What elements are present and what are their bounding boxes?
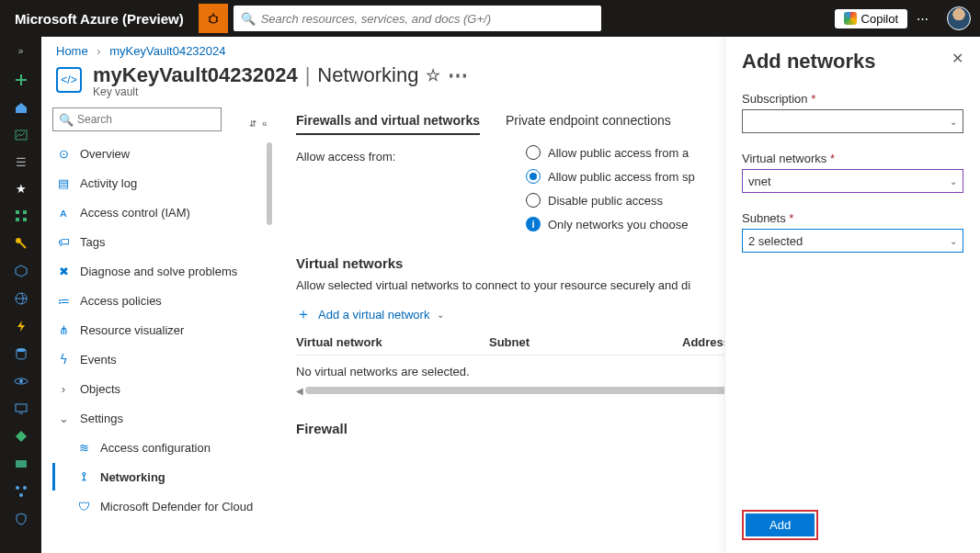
- more-icon[interactable]: ⋯: [917, 12, 929, 26]
- svg-rect-8: [23, 210, 27, 214]
- subnet-select[interactable]: 2 selected⌄: [742, 229, 963, 253]
- radio-icon: [526, 145, 541, 160]
- menu-icon: ▤: [56, 176, 71, 190]
- sidebar-item-label: Access configuration: [100, 441, 211, 455]
- grid-icon[interactable]: [14, 209, 28, 223]
- sidebar-item-iam[interactable]: ᴀAccess control (IAM): [52, 198, 276, 227]
- svg-point-14: [19, 379, 23, 383]
- page-more-icon[interactable]: ⋯: [448, 63, 469, 87]
- close-icon[interactable]: ✕: [952, 50, 963, 67]
- copilot-button[interactable]: Copilot: [835, 9, 907, 28]
- avatar[interactable]: [947, 6, 971, 30]
- sidebar-item-networking[interactable]: ⟟Networking: [52, 462, 276, 491]
- field-label-subscription: Subscription *: [742, 92, 963, 106]
- menu-icon: ≋: [76, 441, 91, 455]
- select-value: 2 selected: [748, 234, 803, 248]
- svg-point-0: [210, 16, 217, 23]
- sidebar-item-diagnose[interactable]: ✖Diagnose and solve problems: [52, 256, 276, 286]
- vnet-select[interactable]: vnet⌄: [742, 169, 963, 193]
- dashboard-icon[interactable]: [14, 128, 28, 142]
- sort-icon[interactable]: ⇵: [249, 118, 256, 129]
- crumb-home[interactable]: Home: [56, 44, 88, 58]
- crumb-resource[interactable]: myKeyVault04232024: [109, 44, 225, 58]
- menu-icon: ϟ: [56, 353, 71, 367]
- svg-rect-17: [16, 460, 27, 468]
- nodes-icon[interactable]: [14, 484, 28, 499]
- list-icon[interactable]: ☰: [16, 155, 27, 169]
- tab-firewalls[interactable]: Firewalls and virtual networks: [296, 113, 480, 135]
- home-icon[interactable]: [14, 100, 28, 115]
- chevron-down-icon: ⌄: [437, 310, 444, 320]
- menu-icon: ⟟: [76, 469, 91, 484]
- add-vnet-label: Add a virtual network: [318, 308, 429, 322]
- bug-icon[interactable]: [199, 4, 228, 33]
- menu-icon: 🛡: [76, 500, 91, 514]
- svg-point-19: [23, 486, 27, 490]
- sidebar-item-tags[interactable]: 🏷Tags: [52, 227, 276, 256]
- copilot-icon: [844, 12, 857, 25]
- sidebar-item-label: Networking: [100, 470, 165, 484]
- radio-label: Allow public access from a: [548, 146, 689, 160]
- menu-icon: ᴀ: [56, 206, 71, 220]
- search-icon: 🔍: [241, 12, 256, 26]
- menu-icon: ≔: [56, 294, 71, 308]
- menu-search-input[interactable]: [77, 113, 215, 126]
- scrollbar[interactable]: [267, 142, 272, 225]
- tab-private-endpoints[interactable]: Private endpoint connections: [506, 113, 671, 135]
- sidebar-item-objects[interactable]: ›Objects: [52, 374, 276, 403]
- sidebar-item-activity-log[interactable]: ▤Activity log: [52, 168, 276, 198]
- sidebar-item-label: Events: [80, 353, 117, 367]
- plus-icon[interactable]: [14, 73, 28, 87]
- sql-icon[interactable]: [14, 346, 28, 361]
- field-label-vnets: Virtual networks *: [742, 152, 963, 165]
- copilot-label: Copilot: [861, 12, 898, 26]
- sidebar-item-access-policies[interactable]: ≔Access policies: [52, 286, 276, 315]
- info-icon: i: [526, 217, 541, 231]
- svg-rect-16: [16, 404, 27, 412]
- sidebar-item-label: Diagnose and solve problems: [80, 265, 237, 278]
- menu-icon: 🏷: [56, 235, 71, 249]
- chevron-right-icon: ›: [97, 44, 100, 58]
- sidebar-item-label: Tags: [80, 235, 105, 249]
- cube-icon[interactable]: [14, 264, 28, 278]
- svg-rect-9: [16, 218, 19, 221]
- sidebar-item-label: Resource visualizer: [80, 323, 184, 337]
- diamond-icon[interactable]: [14, 429, 28, 444]
- global-search-input[interactable]: [261, 12, 594, 26]
- global-search[interactable]: 🔍: [234, 6, 601, 31]
- sidebar-item-resource-visualizer[interactable]: ⋔Resource visualizer: [52, 315, 276, 344]
- flyout-title: Add networks: [742, 50, 875, 73]
- favorite-star-icon[interactable]: ☆: [426, 65, 440, 85]
- key-icon[interactable]: [14, 236, 28, 251]
- radio-icon: [526, 193, 541, 208]
- orbit-icon[interactable]: [14, 374, 28, 389]
- chevron-down-icon: ⌄: [56, 412, 71, 425]
- subscription-select[interactable]: ⌄: [742, 109, 963, 133]
- radio-label: Allow public access from sp: [548, 170, 695, 184]
- sidebar-item-access-config[interactable]: ≋Access configuration: [52, 433, 276, 462]
- bolt-icon[interactable]: [14, 319, 28, 333]
- sidebar-item-label: Access policies: [80, 294, 162, 308]
- svg-rect-6: [16, 130, 27, 140]
- expand-rail-icon[interactable]: »: [18, 46, 24, 60]
- svg-rect-10: [23, 218, 27, 221]
- sidebar-item-defender[interactable]: 🛡Microsoft Defender for Cloud: [52, 491, 276, 521]
- sidebar-item-label: Overview: [80, 147, 130, 161]
- page-subtitle: Key vault: [93, 85, 469, 98]
- info-text: Only networks you choose: [548, 218, 688, 231]
- sidebar-item-overview[interactable]: ⊙Overview: [52, 139, 276, 168]
- globe-icon[interactable]: [14, 291, 28, 306]
- monitor-icon[interactable]: [14, 401, 28, 416]
- radio-icon: [526, 169, 541, 184]
- sidebar-item-settings[interactable]: ⌄Settings: [52, 403, 276, 433]
- collapse-icon[interactable]: «: [262, 118, 268, 129]
- card-icon[interactable]: [14, 457, 28, 471]
- shield-icon[interactable]: [14, 512, 28, 526]
- star-icon[interactable]: ★: [16, 182, 27, 196]
- svg-point-20: [19, 493, 23, 497]
- chevron-down-icon: ⌄: [950, 176, 957, 186]
- sidebar-item-events[interactable]: ϟEvents: [52, 344, 276, 374]
- sidebar-item-label: Activity log: [80, 176, 137, 190]
- add-button[interactable]: Add: [746, 514, 815, 536]
- sidebar-item-label: Settings: [80, 412, 123, 425]
